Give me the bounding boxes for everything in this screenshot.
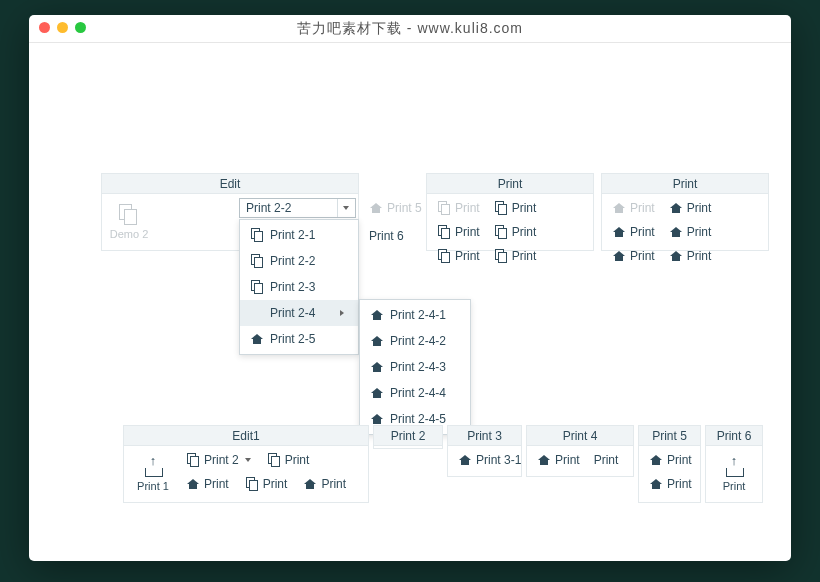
dropdown-item[interactable]: Print 2-1 [240,222,358,248]
group-print-b: Print PrintPrintPrintPrintPrintPrint [601,173,769,251]
canvas: Edit Demo 2 Print 2-2 Print 5 Print 6 [29,43,791,561]
home-icon [458,453,472,467]
print-button[interactable]: Print [241,474,292,494]
chevron-down-icon [245,458,251,462]
home-icon [669,225,683,239]
print-button[interactable]: Print [490,198,541,218]
group-header: Edit1 [124,426,368,446]
home-icon [612,249,626,263]
print-button[interactable]: Print [608,246,659,266]
home-icon [370,386,384,400]
submenu-item[interactable]: Print 2-4-1 [360,302,470,328]
group-print3: Print 3 Print 3-1 [447,425,522,477]
paste-icon [250,280,264,294]
paste-icon [494,225,508,239]
window-controls [39,22,86,33]
home-icon [370,412,384,426]
home-icon [669,201,683,215]
home-icon [669,249,683,263]
home-icon [250,332,264,346]
print-button: Print [433,198,484,218]
submenu-item[interactable]: Print 2-4-3 [360,354,470,380]
home-icon [537,453,551,467]
paste-icon [437,249,451,263]
home-icon [370,360,384,374]
home-icon [370,334,384,348]
chevron-right-icon [340,310,344,316]
dropdown-item[interactable]: Print 2-2 [240,248,358,274]
group-header: Print 6 [706,426,762,446]
dropdown-item[interactable]: Print 2-4 [240,300,358,326]
group-print5: Print 5 Print Print [638,425,701,503]
print2-combobox[interactable]: Print 2-2 [239,198,356,218]
submenu-item[interactable]: Print 2-4-4 [360,380,470,406]
home-icon [612,225,626,239]
print6-button[interactable]: Print 6 [365,226,426,246]
group-header: Print 3 [448,426,521,446]
paste-icon [494,201,508,215]
paste-icon [437,225,451,239]
print-button[interactable]: Print [490,222,541,242]
home-icon [649,453,663,467]
print2-4-submenu: Print 2-4-1Print 2-4-2Print 2-4-3Print 2… [359,299,471,435]
group-header: Print 4 [527,426,633,446]
upload-icon [723,456,745,478]
paste-icon [437,201,451,215]
print-button[interactable]: Print [299,474,350,494]
group-header: Print 2 [374,426,442,446]
dropdown-item[interactable]: Print 2-5 [240,326,358,352]
combobox-toggle[interactable] [337,199,351,217]
print-button[interactable]: Print [433,246,484,266]
print-button[interactable]: Print [182,474,233,494]
home-icon [369,201,383,215]
print-button[interactable]: Print [263,450,314,470]
print5-button: Print 5 [365,198,426,218]
paste-icon [494,249,508,263]
combobox-value: Print 2-2 [246,201,291,215]
print-button[interactable]: Print [433,222,484,242]
group-print2: Print 2 [373,425,443,449]
paste-icon [250,228,264,242]
paste-icon [118,204,140,226]
paste-icon [250,254,264,268]
app-window: 苦力吧素材下载 - www.kuli8.com Edit Demo 2 Prin… [29,15,791,561]
home-icon [186,477,200,491]
print-button[interactable]: Print [665,222,716,242]
group-header: Edit [102,174,358,194]
dropdown-item[interactable]: Print 2-3 [240,274,358,300]
print-button[interactable]: Print [490,246,541,266]
home-icon [303,477,317,491]
group-print4: Print 4 Print Print [526,425,634,477]
group-header: Print [427,174,593,194]
window-title: 苦力吧素材下载 - www.kuli8.com [29,20,791,38]
print4-a-button[interactable]: Print [533,450,584,470]
submenu-item[interactable]: Print 2-4-2 [360,328,470,354]
home-icon [370,308,384,322]
print-button: Print [608,198,659,218]
titlebar: 苦力吧素材下载 - www.kuli8.com [29,15,791,43]
group-print6: Print 6 Print [705,425,763,503]
group-header: Print [602,174,768,194]
upload-icon [142,456,164,478]
group-print-a: Print PrintPrintPrintPrintPrintPrint [426,173,594,251]
print2-dropdown: Print 2-1Print 2-2Print 2-3Print 2-4Prin… [239,219,359,355]
close-icon[interactable] [39,22,50,33]
group-edit1: Edit1 Print 1 Print 2PrintPrintPrintPrin… [123,425,369,503]
print4-b-button[interactable]: Print [590,450,623,470]
print6-big-button[interactable]: Print [712,450,756,498]
print5-a-button[interactable]: Print [645,450,696,470]
minimize-icon[interactable] [57,22,68,33]
demo2-button: Demo 2 [106,198,152,246]
print5-b-button[interactable]: Print [645,474,696,494]
print2-split-button[interactable]: Print 2 [182,450,255,470]
maximize-icon[interactable] [75,22,86,33]
print-button[interactable]: Print [608,222,659,242]
print-button[interactable]: Print [665,198,716,218]
print-button[interactable]: Print [665,246,716,266]
chevron-down-icon [343,206,349,210]
print3-1-button[interactable]: Print 3-1 [454,450,525,470]
home-icon [612,201,626,215]
print1-big-button[interactable]: Print 1 [130,450,176,498]
group-header: Print 5 [639,426,700,446]
paste-icon [186,453,200,467]
